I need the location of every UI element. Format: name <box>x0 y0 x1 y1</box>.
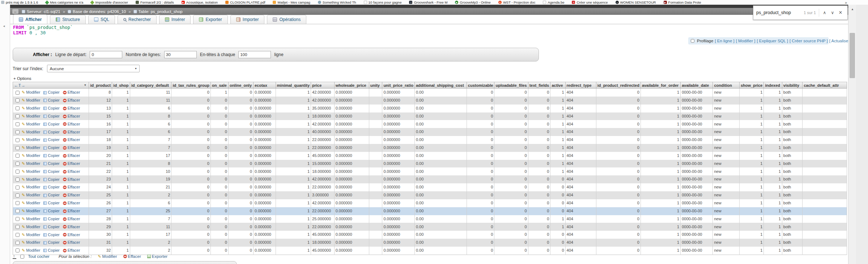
cell-additional_shipping_cost[interactable]: 0.00 <box>414 191 467 199</box>
cell-active[interactable]: 1 <box>550 152 565 160</box>
cell-show_price[interactable]: 1 <box>739 144 764 152</box>
cell-id_tax_rules_group[interactable]: 0 <box>171 247 210 255</box>
bookmark-item[interactable]: Impossible d'associer <box>91 0 128 4</box>
copy-row-link[interactable]: Copier <box>43 183 59 191</box>
cell-active[interactable]: 0 <box>550 239 565 247</box>
cell-redirect_type[interactable]: 404 <box>565 136 596 144</box>
cell-ecotax[interactable]: 0.000000 <box>253 247 276 255</box>
cell-active[interactable]: 1 <box>550 97 565 105</box>
cell-online_only[interactable]: 0 <box>228 239 253 247</box>
cell-wholesale_price[interactable]: 0.000000 <box>334 105 369 112</box>
cell-redirect_type[interactable]: 404 <box>565 199 596 207</box>
cell-redirect_type[interactable]: 404 <box>565 160 596 168</box>
edit-row-link[interactable]: ✎Modifier <box>22 239 40 247</box>
cell-on_sale[interactable]: 0 <box>210 231 228 239</box>
cell-unit_price_ratio[interactable]: 0.000000 <box>382 89 415 97</box>
cell-condition[interactable]: new <box>713 120 740 128</box>
cell-id_category_default[interactable]: 2 <box>130 239 171 247</box>
cell-minimal_quantity[interactable]: 1 <box>276 191 311 199</box>
cell-customizable[interactable]: 0 <box>467 120 494 128</box>
cell-condition[interactable]: new <box>713 97 740 105</box>
cell-wholesale_price[interactable]: 0.000000 <box>334 152 369 160</box>
delete-row-link[interactable]: Effacer <box>63 168 80 176</box>
cell-id_shop[interactable]: 1 <box>112 120 130 128</box>
cell-id_product[interactable]: 31 <box>89 239 112 247</box>
delete-row-link[interactable]: Effacer <box>63 105 80 112</box>
cell-id_product_redirected[interactable]: 0 <box>596 152 641 160</box>
cell-minimal_quantity[interactable]: 1 <box>276 239 311 247</box>
cell-minimal_quantity[interactable]: 1 <box>276 112 311 120</box>
cell-minimal_quantity[interactable]: 1 <box>276 167 311 175</box>
cell-id_category_default[interactable]: 7 <box>130 215 171 223</box>
cell-price[interactable]: 45.000000 <box>311 247 335 255</box>
cell-available_date[interactable]: 0000-00-00 <box>681 199 713 207</box>
cell-available_for_order[interactable]: 1 <box>641 207 680 215</box>
cell-redirect_type[interactable]: 404 <box>565 175 596 183</box>
cell-unit_price_ratio[interactable]: 0.000000 <box>382 152 415 160</box>
cell-additional_shipping_cost[interactable]: 0.00 <box>414 160 467 168</box>
cell-id_tax_rules_group[interactable]: 0 <box>171 160 210 168</box>
move-columns-icon[interactable]: ←T→ <box>14 83 26 88</box>
cell-active[interactable]: 0 <box>550 183 565 191</box>
cell-minimal_quantity[interactable]: 1 <box>276 97 311 105</box>
cell-unit_price_ratio[interactable]: 0.000000 <box>382 191 415 199</box>
cell-additional_shipping_cost[interactable]: 0.00 <box>414 144 467 152</box>
cell-price[interactable]: 42.000000 <box>311 199 335 207</box>
cell-id_shop[interactable]: 1 <box>112 199 130 207</box>
cell-unity[interactable] <box>369 160 382 168</box>
copy-row-link[interactable]: Copier <box>43 239 59 247</box>
cell-text_fields[interactable]: 0 <box>528 160 550 168</box>
copy-row-link[interactable]: Copier <box>43 199 59 207</box>
cell-minimal_quantity[interactable]: 1 <box>276 231 311 239</box>
cell-additional_shipping_cost[interactable]: 0.00 <box>414 183 467 191</box>
cell-id_tax_rules_group[interactable]: 0 <box>171 183 210 191</box>
tab-rechercher[interactable]: Rechercher <box>118 15 157 24</box>
tab-exporter[interactable]: Exporter <box>193 15 227 24</box>
cell-id_product[interactable]: 8 <box>89 89 112 97</box>
cell-ecotax[interactable]: 0.000000 <box>253 223 276 231</box>
cell-customizable[interactable]: 0 <box>467 239 494 247</box>
cell-wholesale_price[interactable]: 0.000000 <box>334 223 369 231</box>
profiling-checkbox[interactable] <box>691 39 694 43</box>
delete-row-link[interactable]: Effacer <box>63 144 80 152</box>
breadcrumb-item-base-de-donnees[interactable]: Base de données: p4206_10 <box>68 9 126 14</box>
cell-redirect_type[interactable]: 404 <box>565 105 596 112</box>
row-checkbox[interactable] <box>16 106 20 110</box>
copy-row-link[interactable]: Copier <box>43 128 59 136</box>
column-header-price[interactable]: price <box>311 82 335 89</box>
cell-online_only[interactable]: 0 <box>228 183 253 191</box>
cell-condition[interactable]: new <box>713 215 740 223</box>
cell-condition[interactable]: new <box>713 239 740 247</box>
cell-indexed[interactable]: 1 <box>764 128 782 136</box>
cell-online_only[interactable]: 0 <box>228 223 253 231</box>
check-all-label[interactable]: Tout cocher <box>28 254 50 259</box>
cell-id_category_default[interactable]: 6 <box>130 120 171 128</box>
cell-text_fields[interactable]: 0 <box>528 136 550 144</box>
cell-active[interactable]: 1 <box>550 120 565 128</box>
cell-id_product[interactable]: 27 <box>89 207 112 215</box>
cell-show_price[interactable]: 1 <box>739 136 764 144</box>
cell-redirect_type[interactable]: 404 <box>565 152 596 160</box>
cell-active[interactable]: 0 <box>550 199 565 207</box>
cell-online_only[interactable]: 0 <box>228 231 253 239</box>
cell-customizable[interactable]: 0 <box>467 223 494 231</box>
cell-id_product[interactable]: 30 <box>89 231 112 239</box>
cell-id_tax_rules_group[interactable]: 0 <box>171 239 210 247</box>
delete-row-link[interactable]: Effacer <box>63 239 80 247</box>
cell-additional_shipping_cost[interactable]: 0.00 <box>414 239 467 247</box>
cell-active[interactable]: 1 <box>550 105 565 112</box>
row-checkbox[interactable] <box>16 91 20 95</box>
cell-id_shop[interactable]: 1 <box>112 175 130 183</box>
cell-active[interactable]: 1 <box>550 144 565 152</box>
cell-show_price[interactable]: 1 <box>739 199 764 207</box>
cell-on_sale[interactable]: 0 <box>210 207 228 215</box>
cell-text_fields[interactable]: 0 <box>528 191 550 199</box>
cell-ecotax[interactable]: 0.000000 <box>253 112 276 120</box>
row-checkbox[interactable] <box>16 186 20 190</box>
cell-customizable[interactable]: 0 <box>467 207 494 215</box>
cell-customizable[interactable]: 0 <box>467 97 494 105</box>
bookmark-item[interactable]: ▶Acoustique, isolation <box>182 0 218 4</box>
cell-on_sale[interactable]: 0 <box>210 120 228 128</box>
cell-unit_price_ratio[interactable]: 0.000000 <box>382 128 415 136</box>
cell-ecotax[interactable]: 0.000000 <box>253 239 276 247</box>
